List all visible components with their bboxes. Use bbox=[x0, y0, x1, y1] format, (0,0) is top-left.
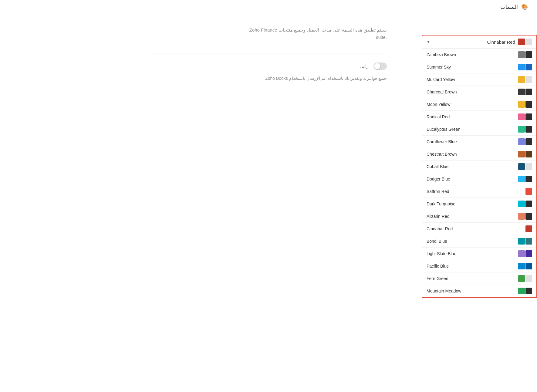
swatch-color1 bbox=[518, 238, 525, 245]
swatch-color1 bbox=[518, 151, 525, 157]
swatch-color2 bbox=[525, 238, 532, 245]
theme-name: Charcoal Brown bbox=[427, 90, 457, 94]
toggle-row: رات. bbox=[150, 63, 387, 70]
swatch-color1 bbox=[518, 263, 525, 269]
dropdown-item[interactable]: Pacific Blue bbox=[422, 260, 536, 272]
swatch-color2 bbox=[525, 64, 532, 70]
dropdown-item[interactable]: Charcoal Brown bbox=[422, 86, 536, 98]
swatch-pair bbox=[518, 51, 532, 58]
theme-name: Eucalyptus Green bbox=[427, 127, 460, 132]
swatch-single bbox=[525, 225, 532, 232]
dropdown-item[interactable]: Chestnut Brown bbox=[422, 148, 536, 161]
selected-swatch-color2 bbox=[525, 39, 532, 45]
dropdown-item[interactable]: Radical Red bbox=[422, 111, 536, 123]
header: 🎨 السمات bbox=[0, 0, 537, 14]
dropdown-item[interactable]: Saffron Red bbox=[422, 185, 536, 198]
swatch-color2 bbox=[525, 250, 532, 257]
theme-name: Cobalt Blue bbox=[427, 164, 448, 169]
swatch-color2 bbox=[525, 151, 532, 157]
swatch-pair bbox=[518, 250, 532, 257]
dropdown-list: Zambezi Brown Summer Sky Mustard Yellow bbox=[422, 49, 536, 297]
swatch-pair bbox=[518, 176, 532, 182]
page-title: 🎨 السمات bbox=[500, 4, 528, 10]
swatch-pair bbox=[518, 101, 532, 108]
dropdown-item[interactable]: Cinnabar Red bbox=[422, 223, 536, 235]
page-container: 🎨 السمات سيتم تطبيق هذه السمة على مدخل ا… bbox=[0, 0, 537, 392]
swatch-color1 bbox=[518, 76, 525, 83]
theme-name: Bondi Blue bbox=[427, 239, 447, 244]
swatch-color2 bbox=[525, 176, 532, 182]
dropdown-item[interactable]: Zambezi Brown bbox=[422, 49, 536, 61]
theme-name: Zambezi Brown bbox=[427, 52, 456, 57]
dropdown-item[interactable]: Moon Yellow bbox=[422, 98, 536, 111]
dropdown-item[interactable]: Mountain Meadow bbox=[422, 285, 536, 297]
divider-2 bbox=[150, 90, 387, 90]
dropdown-item[interactable]: Dodger Blue bbox=[422, 173, 536, 185]
swatch-pair bbox=[518, 288, 532, 294]
swatch-color1 bbox=[518, 250, 525, 257]
theme-dropdown[interactable]: ▼ Cinnabar Red Zambezi Brown bbox=[422, 35, 537, 298]
swatch-pair bbox=[518, 163, 532, 170]
swatch-pair bbox=[518, 126, 532, 133]
swatch-pair bbox=[518, 238, 532, 245]
dropdown-item[interactable]: Mustard Yellow bbox=[422, 73, 536, 86]
theme-name: Pacific Blue bbox=[427, 264, 449, 269]
theme-name: Mountain Meadow bbox=[427, 289, 461, 293]
toggle-switch[interactable] bbox=[373, 63, 387, 70]
swatch-color1 bbox=[518, 213, 525, 220]
main-content: سيتم تطبيق هذه السمة على مدخل العميل وجم… bbox=[132, 14, 405, 111]
swatch-color1 bbox=[518, 201, 525, 207]
swatch-color2 bbox=[525, 101, 532, 108]
swatch-color1 bbox=[518, 138, 525, 145]
swatch-pair bbox=[518, 263, 532, 269]
swatch-color1 bbox=[518, 163, 525, 170]
dropdown-item[interactable]: Cornflower Blue bbox=[422, 136, 536, 148]
swatch-color1 bbox=[518, 126, 525, 133]
swatch-color1 bbox=[518, 101, 525, 108]
swatch-pair bbox=[518, 138, 532, 145]
theme-name: Fern Green bbox=[427, 276, 448, 281]
dropdown-item[interactable]: Fern Green bbox=[422, 272, 536, 285]
swatch-pair bbox=[518, 275, 532, 282]
swatch-color2 bbox=[525, 76, 532, 83]
swatch-color1 bbox=[518, 176, 525, 182]
theme-emoji: 🎨 bbox=[521, 4, 528, 10]
theme-name: Summer Sky bbox=[427, 65, 451, 69]
swatch-color1 bbox=[518, 288, 525, 294]
dropdown-item[interactable]: Summer Sky bbox=[422, 61, 536, 73]
dropdown-selected[interactable]: ▼ Cinnabar Red bbox=[422, 35, 536, 49]
description-text: سيتم تطبيق هذه السمة على مدخل العميل وجم… bbox=[150, 26, 387, 41]
theme-name: Chestnut Brown bbox=[427, 152, 457, 157]
theme-name: Dodger Blue bbox=[427, 177, 450, 181]
dropdown-item[interactable]: Alizarin Red bbox=[422, 210, 536, 223]
swatch-color1 bbox=[518, 275, 525, 282]
swatch-pair bbox=[518, 213, 532, 220]
swatch-pair bbox=[518, 151, 532, 157]
dropdown-item[interactable]: Eucalyptus Green bbox=[422, 123, 536, 136]
dropdown-item[interactable]: Light Slate Blue bbox=[422, 248, 536, 260]
swatch-color2 bbox=[525, 138, 532, 145]
swatch-pair bbox=[518, 64, 532, 70]
dropdown-selected-left: ▼ bbox=[427, 40, 430, 44]
swatch-color2 bbox=[525, 163, 532, 170]
swatch-single bbox=[525, 188, 532, 195]
books-text: جميع فواتيرك وتقديراتك باستخدام: تم الإر… bbox=[150, 76, 387, 81]
selected-swatch-pair bbox=[518, 39, 532, 45]
dropdown-item[interactable]: Dark Turquoise bbox=[422, 198, 536, 210]
dropdown-arrow-icon: ▼ bbox=[427, 40, 430, 44]
description-line1: سيتم تطبيق هذه السمة على مدخل العميل وجم… bbox=[150, 26, 387, 34]
swatch-color1 bbox=[518, 51, 525, 58]
theme-name: Dark Turquoise bbox=[427, 201, 455, 206]
selected-theme-label: Cinnabar Red bbox=[487, 39, 515, 45]
swatch-pair bbox=[518, 201, 532, 207]
swatch-color2 bbox=[525, 201, 532, 207]
swatch-pair bbox=[518, 89, 532, 95]
swatch-color2 bbox=[525, 113, 532, 120]
dropdown-item[interactable]: Cobalt Blue bbox=[422, 161, 536, 173]
swatch-color1 bbox=[518, 113, 525, 120]
theme-name: Mustard Yellow bbox=[427, 77, 455, 82]
dropdown-item[interactable]: Bondi Blue bbox=[422, 235, 536, 248]
theme-name: Cornflower Blue bbox=[427, 139, 457, 144]
swatch-color1 bbox=[518, 89, 525, 95]
swatch-pair bbox=[518, 113, 532, 120]
